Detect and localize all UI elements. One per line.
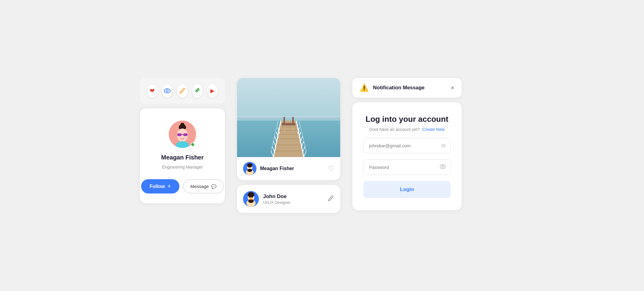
post-heart-button[interactable]: ♡ bbox=[328, 165, 334, 173]
warning-icon: ⚠️ bbox=[360, 84, 369, 92]
login-card: Log into your account Dont have an accou… bbox=[352, 102, 462, 210]
heart-button[interactable]: ❤ bbox=[147, 84, 158, 98]
notification-left: ⚠️ Notification Message bbox=[360, 84, 425, 92]
password-input-wrapper bbox=[363, 159, 451, 175]
paperclip-button[interactable] bbox=[192, 84, 203, 98]
notification-title: Notification Message bbox=[373, 85, 425, 91]
svg-point-54 bbox=[249, 199, 253, 200]
svg-point-0 bbox=[164, 89, 170, 93]
toolbar-card: ❤ ▶ bbox=[140, 78, 225, 104]
post-avatar bbox=[243, 162, 256, 175]
left-panel: ❤ ▶ bbox=[140, 78, 225, 203]
notification-card: ⚠️ Notification Message × bbox=[352, 78, 462, 98]
page-container: ❤ ▶ bbox=[140, 78, 504, 213]
user-list-card: John Doe UI/UX Designer bbox=[237, 185, 340, 213]
avatar-wrapper bbox=[169, 121, 196, 148]
login-subtitle: Dont have an account yet? Create New bbox=[363, 127, 451, 132]
email-input[interactable] bbox=[363, 138, 451, 153]
svg-point-52 bbox=[248, 192, 254, 197]
svg-point-1 bbox=[166, 90, 168, 92]
svg-point-48 bbox=[250, 167, 251, 168]
svg-point-58 bbox=[442, 166, 444, 167]
user-list-role: UI/UX Designer bbox=[263, 200, 290, 205]
profile-actions: Follow + Message 💬 bbox=[147, 179, 218, 193]
email-input-wrapper: ✉ bbox=[363, 138, 451, 153]
svg-point-55 bbox=[249, 197, 250, 198]
svg-point-47 bbox=[249, 167, 249, 168]
post-user: Meagan Fisher bbox=[243, 162, 294, 175]
svg-rect-38 bbox=[292, 117, 294, 123]
email-icon: ✉ bbox=[441, 142, 446, 149]
profile-job-title: Engineering Manager bbox=[162, 165, 203, 169]
svg-rect-37 bbox=[283, 117, 285, 123]
middle-panel: Meagan Fisher ♡ bbox=[237, 78, 340, 213]
svg-point-56 bbox=[252, 197, 253, 198]
svg-point-46 bbox=[247, 169, 252, 172]
post-footer: Meagan Fisher ♡ bbox=[237, 157, 340, 180]
user-list-left: John Doe UI/UX Designer bbox=[243, 191, 290, 207]
notification-close-button[interactable]: × bbox=[451, 84, 454, 91]
online-indicator bbox=[191, 142, 195, 147]
eye-button[interactable] bbox=[162, 84, 173, 98]
play-button[interactable]: ▶ bbox=[207, 84, 218, 98]
svg-rect-39 bbox=[282, 123, 295, 125]
chat-icon: 💬 bbox=[211, 184, 216, 189]
profile-card: Meagan Fisher Engineering Manager Follow… bbox=[140, 108, 225, 203]
message-button[interactable]: Message 💬 bbox=[183, 179, 224, 193]
user-list-info: John Doe UI/UX Designer bbox=[263, 193, 290, 205]
user-list-name: John Doe bbox=[263, 193, 290, 200]
post-image bbox=[237, 78, 340, 157]
login-title: Log into your account bbox=[363, 115, 451, 124]
follow-button[interactable]: Follow + bbox=[141, 179, 179, 193]
login-button[interactable]: Login bbox=[363, 181, 451, 198]
plus-icon: + bbox=[168, 183, 171, 190]
svg-rect-7 bbox=[183, 133, 188, 136]
svg-point-45 bbox=[247, 163, 253, 167]
post-card: Meagan Fisher ♡ bbox=[237, 78, 340, 180]
edit-button[interactable] bbox=[327, 195, 334, 203]
eye-password-icon bbox=[440, 164, 446, 170]
svg-point-4 bbox=[180, 123, 185, 127]
pencil-button[interactable] bbox=[177, 84, 188, 98]
create-account-link[interactable]: Create New bbox=[422, 127, 445, 132]
svg-rect-12 bbox=[237, 116, 340, 121]
password-input[interactable] bbox=[363, 159, 451, 175]
svg-rect-6 bbox=[177, 133, 181, 136]
right-panel: ⚠️ Notification Message × Log into your … bbox=[352, 78, 462, 210]
profile-name: Meagan Fisher bbox=[161, 154, 204, 161]
svg-point-57 bbox=[440, 164, 446, 169]
user-list-avatar bbox=[243, 191, 259, 207]
post-username: Meagan Fisher bbox=[260, 166, 294, 171]
